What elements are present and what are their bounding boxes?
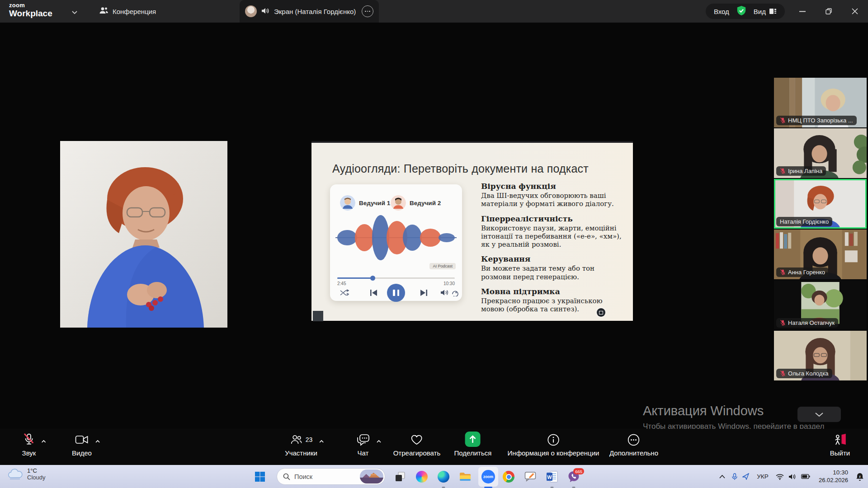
notification-bell-icon[interactable]: z	[852, 472, 868, 481]
signin-button[interactable]: Вход	[714, 8, 729, 15]
weather-temperature: 1°C	[27, 467, 45, 474]
react-button[interactable]: Отреагировать	[393, 433, 441, 457]
tray-mic-in-use-icon[interactable]	[729, 473, 740, 480]
speaker-icon	[261, 7, 270, 16]
slide-title: Аудіоогляди: Перетворіть документи на по…	[332, 162, 589, 175]
section-body: Два ШІ-ведучих обговорюють ваші матеріал…	[481, 192, 624, 208]
leave-button[interactable]: Выйти	[830, 433, 850, 457]
edge-button[interactable]	[435, 468, 452, 485]
chrome-button[interactable]	[500, 468, 517, 485]
view-button[interactable]: Вид	[754, 8, 777, 15]
task-view-button[interactable]	[392, 468, 409, 485]
titlebar-right-group: Вход Вид	[706, 4, 785, 19]
chat-chevron-icon[interactable]	[376, 437, 382, 445]
leave-button-label: Выйти	[830, 449, 850, 457]
participants-button-label: Участники	[285, 449, 317, 457]
meeting-stage: Аудіоогляди: Перетворіть документи на по…	[0, 23, 868, 465]
participant-tile[interactable]: Ірина Лапіна	[774, 128, 867, 178]
audio-options-chevron-icon[interactable]	[41, 437, 47, 445]
participant-tile[interactable]: НМЦ ПТО Запорізька ...	[774, 78, 867, 127]
muted-mic-icon	[780, 269, 786, 275]
search-highlight-image[interactable]	[360, 469, 383, 483]
section-heading: Керування	[481, 254, 624, 263]
participants-chevron-icon[interactable]	[319, 437, 324, 445]
muted-mic-icon	[780, 371, 786, 376]
language-indicator[interactable]: УКР	[752, 473, 774, 480]
volume-icon[interactable]	[786, 474, 799, 480]
word-button[interactable]: W	[543, 468, 561, 485]
slide-text-column: Вірусна функція Два ШІ-ведучих обговорюю…	[481, 182, 624, 319]
previous-icon[interactable]	[370, 289, 378, 297]
shuffle-icon[interactable]	[340, 289, 349, 296]
wifi-icon[interactable]	[774, 474, 786, 480]
tab-options-ellipsis-icon[interactable]	[362, 5, 373, 17]
file-explorer-button[interactable]	[457, 468, 474, 485]
progress-bar[interactable]	[337, 277, 455, 279]
participant-name-badge: Ольга Колодка	[776, 369, 832, 378]
ai-podcast-badge: AI Podcast	[429, 263, 456, 269]
participant-tile[interactable]: Анна Горенко	[774, 230, 867, 279]
start-button[interactable]	[251, 468, 269, 485]
participant-name-badge: Наталія Гордієнко	[776, 217, 832, 226]
chat-button[interactable]: Чат	[356, 433, 370, 457]
share-button[interactable]: Поделиться	[454, 433, 492, 457]
app-titlebar: zoom Workplace Конференция	[0, 0, 868, 23]
video-button[interactable]: Видео	[72, 433, 92, 457]
annotation-pip-icon[interactable]	[597, 308, 605, 317]
host2-label: Ведучий 2	[410, 200, 441, 206]
heart-icon	[410, 434, 423, 446]
view-button-label: Вид	[754, 8, 766, 15]
minimize-button[interactable]	[789, 0, 816, 23]
tray-time: 10:30	[819, 469, 848, 477]
restore-button[interactable]	[816, 0, 842, 23]
participant-name: Анна Горенко	[788, 269, 825, 276]
more-button[interactable]: Дополнительно	[609, 433, 658, 457]
audio-button[interactable]: Звук	[22, 433, 36, 457]
time-current: 2:45	[337, 281, 346, 286]
battery-icon[interactable]	[799, 474, 812, 479]
webcam-video-natalia	[60, 141, 227, 328]
volume-icon[interactable]	[440, 289, 449, 296]
viber-button[interactable]: 665	[565, 468, 582, 485]
next-icon[interactable]	[420, 289, 428, 297]
participant-tile[interactable]: Наталя Остапчук	[774, 280, 867, 330]
muted-mic-icon	[780, 168, 786, 174]
host1-block: Ведучий 1	[340, 195, 390, 211]
chat-pencil-icon	[524, 471, 536, 482]
tray-location-icon[interactable]	[740, 473, 752, 480]
file-explorer-icon	[459, 472, 471, 482]
task-view-icon	[395, 471, 406, 482]
meeting-info-button[interactable]: Информация о конференции	[508, 433, 599, 457]
rail-scroll-down-button[interactable]	[797, 407, 841, 422]
tab-screen-share[interactable]: Экран (Наталія Гордієнко)	[240, 0, 379, 23]
tray-expand-chevron-icon[interactable]	[716, 475, 729, 479]
participant-name-badge: Ірина Лапіна	[776, 166, 826, 176]
participants-button[interactable]: 23 Участники	[285, 433, 317, 457]
close-button[interactable]	[842, 0, 868, 23]
security-shield-icon[interactable]	[736, 5, 746, 18]
copilot-button[interactable]	[413, 468, 430, 485]
search-icon	[283, 473, 290, 480]
playback-speed-icon[interactable]	[451, 289, 459, 296]
tab-conference[interactable]: Конференция	[99, 0, 156, 23]
participant-tile-active-speaker[interactable]: Наталія Гордієнко	[774, 179, 867, 229]
participants-count: 23	[306, 436, 313, 443]
section-body: Ви можете задати тему або тон розмови пе…	[481, 264, 624, 281]
participant-tile[interactable]: Ольга Колодка	[774, 331, 867, 380]
tray-clock[interactable]: 10:30 26.02.2026	[819, 469, 848, 484]
workspace-chevron-down-icon[interactable]	[71, 8, 78, 16]
taskbar-search-box[interactable]: Поиск	[277, 468, 385, 485]
search-placeholder: Поиск	[294, 473, 356, 480]
svg-text:z: z	[859, 474, 861, 478]
section-heading: Вірусна функція	[481, 182, 624, 191]
chevron-down-icon	[815, 412, 824, 417]
participant-name-badge: Анна Горенко	[776, 267, 829, 277]
participants-icon	[290, 434, 302, 446]
feedback-chat-button[interactable]	[522, 468, 539, 485]
slide-section: Вірусна функція Два ШІ-ведучих обговорюю…	[481, 182, 624, 208]
zoom-app-button-active[interactable]: zoom	[478, 467, 498, 487]
video-options-chevron-icon[interactable]	[95, 437, 100, 445]
weather-widget[interactable]: 1°C Cloudy	[7, 467, 45, 481]
pause-button[interactable]	[387, 284, 405, 302]
tab-conference-label: Конференция	[113, 8, 156, 15]
